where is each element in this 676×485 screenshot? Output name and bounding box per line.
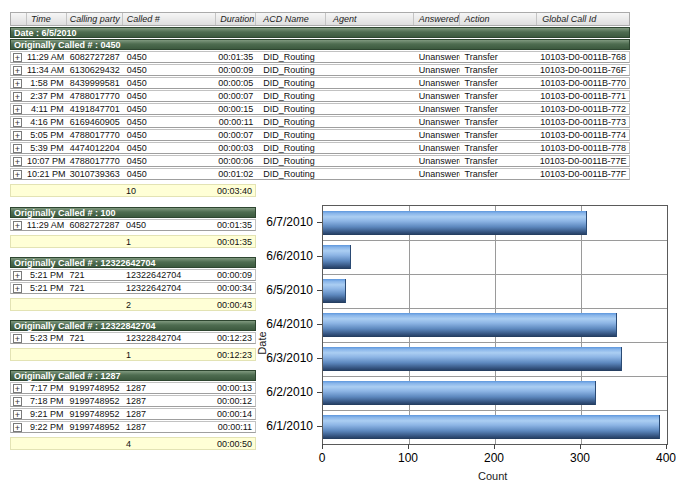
expand-icon[interactable]: +	[13, 144, 22, 153]
expand-icon[interactable]: +	[13, 105, 22, 114]
cell-acd-name: DID_Routing	[256, 117, 326, 127]
table-row[interactable]: +9:22 PM9199748952128700:00:11	[10, 421, 256, 433]
originally-called-band-0450: Originally Called # : 0450	[10, 39, 630, 50]
column-header-called: Called #	[123, 13, 217, 25]
expand-icon[interactable]: +	[13, 118, 22, 127]
chart-horizontal-gridline	[323, 274, 667, 275]
cell-called: 0450	[123, 65, 217, 75]
cell-duration: 00:00:03	[216, 143, 256, 153]
cell-answered: Unanswered	[414, 130, 460, 140]
cell-action: Transfer	[460, 104, 538, 114]
table-row[interactable]: +7:17 PM9199748952128700:00:13	[10, 382, 256, 394]
cell-calling-party: 6130629432	[67, 65, 123, 75]
expand-icon[interactable]: +	[13, 157, 22, 166]
x-axis-tick	[322, 444, 323, 449]
cell-global-call-id: 10103-D0-0011B-772	[537, 104, 629, 114]
date-group-band: Date : 6/5/2010	[10, 27, 630, 38]
cell-action: Transfer	[460, 91, 538, 101]
originally-called-band: Originally Called # : 12322642704	[10, 257, 256, 268]
column-header-agent: Agent	[326, 13, 414, 25]
table-row[interactable]: +5:21 PM7211232264270400:00:34	[10, 282, 256, 294]
expand-icon[interactable]: +	[13, 79, 22, 88]
cell-time: 11:34 AM	[27, 65, 67, 75]
cell-acd-name: DID_Routing	[256, 169, 326, 179]
table-row[interactable]: +5:39 PM4474012204045000:00:03DID_Routin…	[10, 142, 630, 154]
expand-cell: +	[11, 53, 27, 62]
cell-action: Transfer	[460, 169, 538, 179]
cell-called: 0450	[123, 117, 217, 127]
cell-acd-name: DID_Routing	[256, 143, 326, 153]
expand-icon[interactable]: +	[13, 271, 22, 280]
table-row[interactable]: +11:29 AM6082727287045000:01:35	[10, 219, 256, 231]
expand-icon[interactable]: +	[13, 397, 22, 406]
calls-per-date-bar-chart: Date Count 01002003004006/7/20106/6/2010…	[255, 194, 676, 485]
cell-duration: 00:00:11	[215, 422, 255, 432]
full-section-rows: +11:29 AM6082727287045000:01:35DID_Routi…	[10, 51, 630, 197]
cell-global-call-id: 10103-D0-0011B-778	[537, 143, 629, 153]
cell-called: 12322642704	[122, 283, 215, 293]
cell-answered: Unanswered	[414, 91, 460, 101]
cell-answered: Unanswered	[414, 65, 460, 75]
cell-action: Transfer	[460, 143, 538, 153]
column-header-calling-party: Calling party #	[67, 13, 123, 25]
table-row[interactable]: +2:37 PM4788017770045000:00:07DID_Routin…	[10, 90, 630, 102]
cell-global-call-id: 10103-D0-0011B-771	[537, 91, 629, 101]
summary-count: 2	[122, 300, 215, 310]
x-axis-tick	[408, 444, 409, 449]
x-axis-tick-label: 300	[558, 451, 602, 465]
table-row[interactable]: +7:18 PM9199748952128700:00:12	[10, 395, 256, 407]
table-row[interactable]: +1:58 PM8439999581045000:00:05DID_Routin…	[10, 77, 630, 89]
table-row[interactable]: +5:23 PM7211232284270400:12:23	[10, 332, 256, 344]
cell-duration: 00:00:06	[216, 156, 256, 166]
summary-total-duration: 00:01:35	[215, 237, 255, 247]
cell-acd-name: DID_Routing	[256, 52, 326, 62]
table-row[interactable]: +11:29 AM6082727287045000:01:35DID_Routi…	[10, 51, 630, 63]
expand-icon[interactable]: +	[13, 66, 22, 75]
y-axis-tick	[317, 392, 322, 393]
cell-calling-party: 6082727287	[67, 52, 123, 62]
expand-cell: +	[11, 157, 27, 166]
table-row[interactable]: +11:34 AM6130629432045000:00:09DID_Routi…	[10, 64, 630, 76]
expand-icon[interactable]: +	[13, 221, 22, 230]
cell-global-call-id: 10103-D0-0011B-773	[537, 117, 629, 127]
expand-icon[interactable]: +	[13, 284, 22, 293]
table-row[interactable]: +10:21 PM3010739363045000:01:02DID_Routi…	[10, 168, 630, 180]
table-row[interactable]: +5:05 PM4788017770045000:00:07DID_Routin…	[10, 129, 630, 141]
expand-cell: +	[11, 423, 27, 432]
expand-icon[interactable]: +	[13, 423, 22, 432]
y-axis-category-label: 6/1/2010	[255, 420, 313, 432]
y-axis-tick	[317, 324, 322, 325]
table-row[interactable]: +4:16 PM6169460905045000:00:11DID_Routin…	[10, 116, 630, 128]
cell-time: 5:39 PM	[27, 143, 67, 153]
cell-duration: 00:01:02	[216, 169, 256, 179]
cell-called: 0450	[123, 104, 217, 114]
cell-answered: Unanswered	[414, 143, 460, 153]
cell-duration: 00:00:11	[216, 117, 256, 127]
cell-calling-party: 4474012204	[67, 143, 123, 153]
expand-icon[interactable]: +	[13, 334, 22, 343]
cell-acd-name: DID_Routing	[256, 130, 326, 140]
cell-duration: 00:00:13	[215, 383, 255, 393]
chart-horizontal-gridline	[323, 376, 667, 377]
y-axis-tick	[317, 222, 322, 223]
expand-icon[interactable]: +	[13, 92, 22, 101]
table-row[interactable]: +9:21 PM9199748952128700:00:14	[10, 408, 256, 420]
cell-duration: 00:00:14	[215, 409, 255, 419]
column-header-answered: Answered	[414, 13, 460, 25]
x-axis-tick	[666, 444, 667, 449]
expand-icon[interactable]: +	[13, 384, 22, 393]
cell-duration: 00:00:15	[216, 104, 256, 114]
expand-icon[interactable]: +	[13, 131, 22, 140]
cell-calling-party: 4788017770	[67, 91, 123, 101]
expand-icon[interactable]: +	[13, 410, 22, 419]
expand-icon[interactable]: +	[13, 170, 22, 179]
cell-called: 1287	[122, 396, 215, 406]
cell-calling-party: 4788017770	[67, 156, 123, 166]
table-row[interactable]: +10:07 PM4788017770045000:00:06DID_Routi…	[10, 155, 630, 167]
expand-icon[interactable]: +	[13, 53, 22, 62]
cell-calling-party: 9199748952	[67, 422, 123, 432]
cell-acd-name: DID_Routing	[256, 65, 326, 75]
cell-global-call-id: 10103-D0-0011B-770	[537, 78, 629, 88]
table-row[interactable]: +4:11 PM4191847701045000:00:15DID_Routin…	[10, 103, 630, 115]
table-row[interactable]: +5:21 PM7211232264270400:00:09	[10, 269, 256, 281]
